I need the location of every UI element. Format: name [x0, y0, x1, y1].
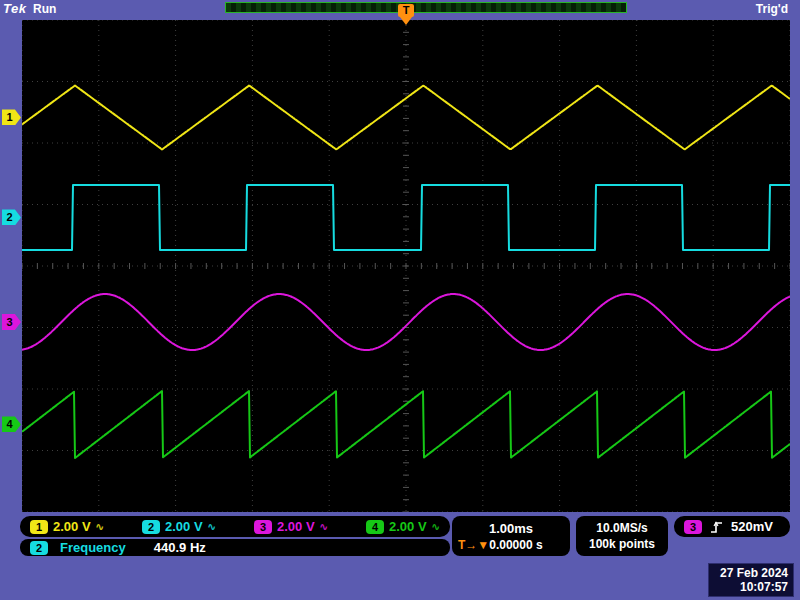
trigger-status: Trig'd: [756, 2, 788, 16]
date-label: 27 Feb 2024: [714, 566, 788, 580]
time-label: 10:07:57: [714, 580, 788, 594]
channel-2-readout: 2 2.00 V ∿: [142, 519, 216, 534]
measurement-name: Frequency: [60, 540, 126, 555]
channel-1-position-marker: 1: [2, 109, 21, 125]
channel-4-coupling-icon: ∿: [432, 521, 440, 532]
measurement-source-badge: 2: [30, 541, 48, 555]
graticule: [22, 20, 790, 512]
channel-1-badge: 1: [30, 520, 48, 534]
trigger-readout: 3 520mV: [674, 516, 790, 537]
channel-1-scale: 2.00 V: [53, 519, 91, 534]
sample-rate: 10.0MS/s: [596, 521, 647, 535]
channel-3-badge: 3: [254, 520, 272, 534]
datetime-box: 27 Feb 2024 10:07:57: [708, 563, 794, 597]
trigger-source-badge: 3: [684, 520, 702, 534]
channel-2-badge: 2: [142, 520, 160, 534]
waveform-display: [22, 20, 790, 512]
channel-4-position-marker: 4: [2, 416, 21, 432]
trigger-position-marker: T: [398, 4, 414, 17]
channel-1-coupling-icon: ∿: [96, 521, 104, 532]
channel-3-scale: 2.00 V: [277, 519, 315, 534]
channel-2-coupling-icon: ∿: [208, 521, 216, 532]
channel-4-badge: 4: [366, 520, 384, 534]
channel-readouts-bar: 1 2.00 V ∿ 2 2.00 V ∿ 3 2.00 V ∿ 4 2.00 …: [20, 516, 450, 537]
channel-2-position-marker: 2: [2, 209, 21, 225]
channel-2-scale: 2.00 V: [165, 519, 203, 534]
acquisition-readout: 10.0MS/s 100k points: [576, 516, 668, 556]
channel-3-readout: 3 2.00 V ∿: [254, 519, 328, 534]
measurement-value: 440.9 Hz: [154, 540, 206, 555]
horizontal-readout: 1.00ms T→▼0.00000 s: [452, 516, 570, 556]
measurement-bar: 2 Frequency 440.9 Hz: [20, 539, 450, 556]
horizontal-scale: 1.00ms: [489, 521, 533, 536]
acquisition-progress-bar: [225, 2, 627, 13]
channel-4-readout: 4 2.00 V ∿: [366, 519, 440, 534]
rising-edge-icon: [710, 520, 723, 534]
record-length: 100k points: [589, 537, 655, 551]
channel-3-position-marker: 3: [2, 314, 21, 330]
acquisition-state: Run: [33, 2, 56, 16]
channel-4-scale: 2.00 V: [389, 519, 427, 534]
delay-arrows-icon: →▼: [465, 538, 489, 552]
channel-3-coupling-icon: ∿: [320, 521, 328, 532]
delay-value: 0.00000 s: [489, 538, 542, 552]
channel-1-readout: 1 2.00 V ∿: [30, 519, 104, 534]
tek-logo: Tek: [3, 1, 26, 16]
horizontal-delay-readout: T→▼0.00000 s: [458, 538, 543, 552]
scope-screen: Tek Run T Trig'd 1 2.00 V ∿ 2 2.00 V ∿ 3…: [0, 0, 800, 600]
trigger-level: 520mV: [731, 519, 773, 534]
